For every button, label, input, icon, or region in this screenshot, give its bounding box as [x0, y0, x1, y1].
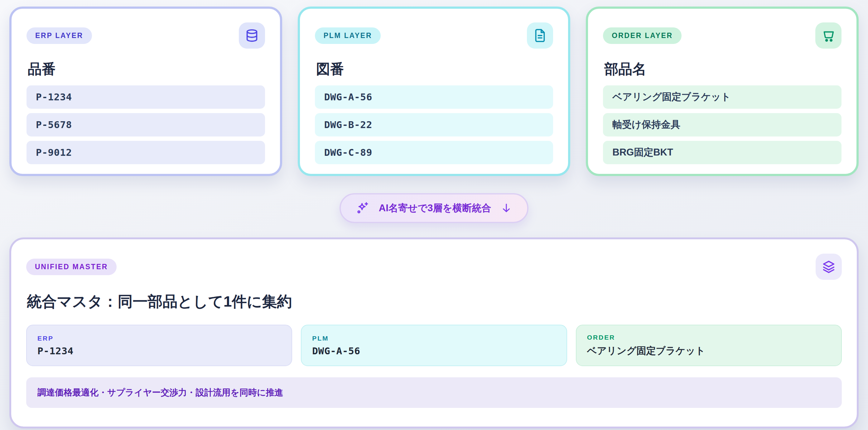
unified-fields-row: ERP P-1234 PLM DWG-A-56 ORDER ベアリング固定ブラケ…	[26, 325, 842, 366]
list-item: P-9012	[27, 141, 265, 164]
list-item: P-5678	[27, 113, 265, 136]
field-label: ORDER	[587, 334, 831, 341]
sparkles-icon	[356, 201, 369, 215]
unified-field-order: ORDER ベアリング固定ブラケット	[576, 325, 842, 366]
list-item: DWG-B-22	[315, 113, 553, 136]
ai-merge-pill[interactable]: AI名寄せで3層を横断統合	[340, 193, 528, 223]
diagram-canvas: ERP LAYER 品番 P-1234 P-5678 P-9012 PLM LA…	[0, 0, 868, 430]
list-item: DWG-A-56	[315, 86, 553, 109]
field-value: ベアリング固定ブラケット	[587, 344, 831, 357]
merge-pill-row: AI名寄せで3層を横断統合	[9, 193, 859, 223]
unified-master-card: UNIFIED MASTER 統合マスタ：同一部品として1件に集約 ERP P-…	[9, 237, 859, 428]
list-item: P-1234	[27, 86, 265, 109]
plm-layer-card: PLM LAYER 図番 DWG-A-56 DWG-B-22 DWG-C-89	[298, 6, 570, 176]
plm-item-list: DWG-A-56 DWG-B-22 DWG-C-89	[315, 86, 553, 164]
plm-layer-badge: PLM LAYER	[315, 27, 381, 44]
field-label: ERP	[37, 335, 281, 342]
unified-master-badge: UNIFIED MASTER	[26, 259, 117, 275]
unified-field-plm: PLM DWG-A-56	[301, 325, 567, 366]
order-layer-badge: ORDER LAYER	[603, 27, 682, 44]
merge-pill-label: AI名寄せで3層を横断統合	[379, 202, 491, 215]
unified-title: 統合マスタ：同一部品として1件に集約	[27, 292, 842, 311]
erp-card-title: 品番	[28, 61, 265, 77]
shopping-cart-icon	[815, 23, 841, 48]
erp-layer-card: ERP LAYER 品番 P-1234 P-5678 P-9012	[9, 6, 282, 176]
erp-item-list: P-1234 P-5678 P-9012	[27, 86, 265, 164]
unified-card-header: UNIFIED MASTER	[26, 254, 842, 280]
list-item: 軸受け保持金具	[603, 113, 841, 136]
file-text-icon	[527, 23, 553, 48]
arrow-down-icon	[500, 202, 512, 214]
erp-layer-badge: ERP LAYER	[27, 27, 92, 44]
layer-cards-row: ERP LAYER 品番 P-1234 P-5678 P-9012 PLM LA…	[9, 6, 859, 176]
order-item-list: ベアリング固定ブラケット 軸受け保持金具 BRG固定BKT	[603, 86, 841, 164]
order-card-header: ORDER LAYER	[603, 23, 841, 48]
list-item: DWG-C-89	[315, 141, 553, 164]
field-value: DWG-A-56	[312, 345, 556, 357]
list-item: ベアリング固定ブラケット	[603, 86, 841, 109]
plm-card-header: PLM LAYER	[315, 23, 553, 48]
unified-field-erp: ERP P-1234	[26, 325, 292, 366]
field-value: P-1234	[37, 345, 281, 357]
plm-card-title: 図番	[316, 61, 553, 77]
database-icon	[239, 23, 265, 48]
order-card-title: 部品名	[604, 61, 841, 77]
field-label: PLM	[312, 335, 556, 342]
order-layer-card: ORDER LAYER 部品名 ベアリング固定ブラケット 軸受け保持金具 BRG…	[586, 6, 859, 176]
layers-icon	[816, 254, 842, 280]
erp-card-header: ERP LAYER	[27, 23, 265, 48]
list-item: BRG固定BKT	[603, 141, 841, 164]
benefit-note: 調達価格最適化・サプライヤー交渉力・設計流用を同時に推進	[26, 377, 842, 408]
